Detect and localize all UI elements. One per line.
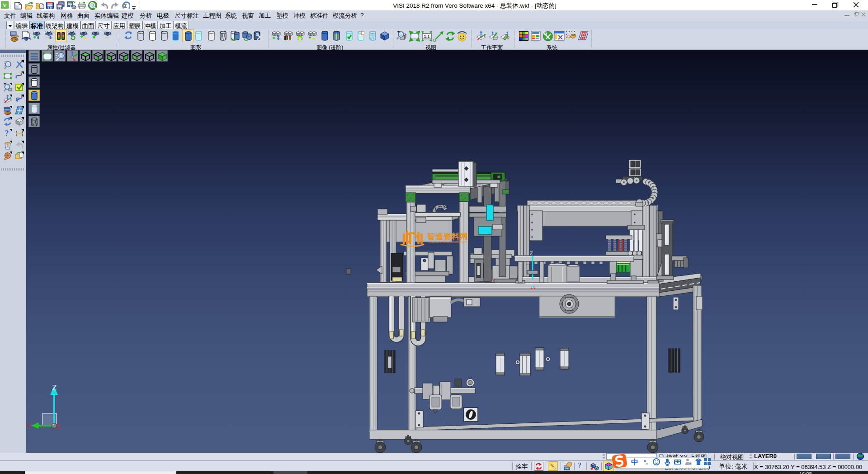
- svg-text:°,: °,: [644, 459, 648, 465]
- svg-text:?: ?: [5, 129, 9, 138]
- svg-text:1:1: 1:1: [424, 34, 429, 39]
- svg-text:中: 中: [631, 458, 638, 466]
- svg-text:Z: Z: [530, 251, 533, 256]
- svg-text:V: V: [3, 2, 7, 9]
- svg-text:INTELLIGENT MANUFACTURING DATA: INTELLIGENT MANUFACTURING DATA: [428, 241, 468, 243]
- svg-text:Y: Y: [26, 422, 31, 431]
- svg-text:智造资料网: 智造资料网: [427, 232, 468, 241]
- svg-text:Z: Z: [52, 384, 57, 392]
